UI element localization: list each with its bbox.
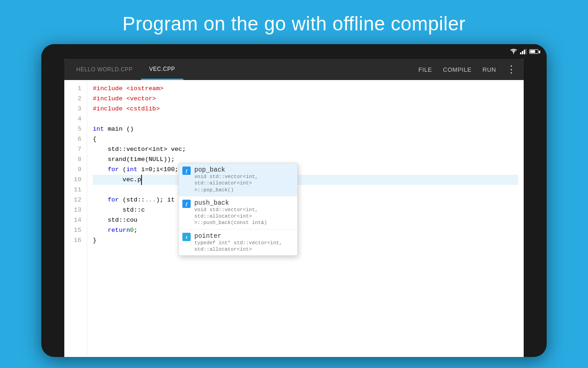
file-button[interactable]: FILE (418, 64, 433, 75)
code-line: #include <vector> (93, 94, 518, 104)
ac-item-detail: typedef int* std::vector<int, std::alloc… (194, 240, 294, 253)
line-num: 5 (72, 124, 81, 134)
ac-item-name: pop_back (194, 166, 294, 173)
type-icon: t (182, 233, 191, 241)
line-num: 9 (72, 165, 81, 175)
code-line: for (int i=0;i<100;i++) (93, 165, 518, 175)
status-bar (41, 44, 547, 59)
code-editor[interactable]: #include <iostream> #include <vector> #i… (87, 80, 524, 357)
line-num: 16 (72, 236, 81, 246)
svg-rect-1 (522, 51, 523, 54)
line-num: 6 (72, 134, 81, 144)
page-headline: Program on the go with offline compiler (113, 0, 475, 44)
tab-vec-cpp[interactable]: VEC.CPP (141, 59, 183, 80)
code-line: } (93, 236, 518, 246)
autocomplete-item-pop-back[interactable]: f pop_back void std::vector<int, std::al… (179, 163, 297, 196)
battery-icon (529, 49, 538, 54)
line-num: 12 (72, 195, 81, 205)
line-num: 3 (72, 104, 81, 114)
code-line (93, 185, 518, 195)
ac-item-text: pop_back void std::vector<int, std::allo… (194, 166, 294, 193)
code-line: srand(time(NULL)); (93, 155, 518, 165)
code-line-active: vec.p (93, 175, 518, 185)
code-line: for (std::...); it != vec.end(); it++) (93, 195, 518, 205)
code-line: #include <cstdlib> (93, 104, 518, 114)
ac-item-detail: void std::vector<int, std::allocator<int… (194, 207, 294, 226)
tab-hello-world[interactable]: HELLO WORLD.CPP (68, 59, 141, 80)
autocomplete-dropdown: f pop_back void std::vector<int, std::al… (178, 163, 298, 256)
more-button[interactable]: ⋮ (506, 64, 516, 75)
signal-icon (520, 49, 526, 54)
line-num: 1 (72, 84, 81, 94)
autocomplete-item-push-back[interactable]: f push_back void std::vector<int, std::a… (179, 196, 297, 230)
code-line: { (93, 134, 518, 144)
ac-item-detail: void std::vector<int, std::allocator<int… (194, 173, 294, 193)
compile-button[interactable]: COMPILE (442, 64, 472, 75)
ac-item-text: push_back void std::vector<int, std::all… (194, 199, 294, 226)
ac-item-name: push_back (194, 199, 294, 207)
svg-rect-2 (524, 50, 525, 54)
svg-rect-3 (526, 49, 526, 54)
line-num: 10 (72, 175, 81, 185)
code-line: return 0; (93, 225, 518, 236)
code-line: #include <iostream> (93, 84, 518, 94)
code-line: int main () (93, 124, 518, 134)
app-container: HELLO WORLD.CPP VEC.CPP FILE COMPILE RUN… (64, 59, 524, 357)
wifi-icon (510, 49, 517, 54)
svg-rect-0 (520, 52, 521, 54)
editor-area: 1 2 3 4 5 6 7 8 9 10 11 12 13 14 15 16 #… (64, 80, 524, 357)
func-icon: f (182, 200, 191, 208)
code-line: std::cou (93, 215, 518, 225)
device-frame: HELLO WORLD.CPP VEC.CPP FILE COMPILE RUN… (41, 44, 547, 357)
line-num: 2 (72, 94, 81, 104)
tab-bar: HELLO WORLD.CPP VEC.CPP FILE COMPILE RUN… (64, 59, 524, 80)
line-num: 11 (72, 185, 81, 195)
run-button[interactable]: RUN (481, 64, 497, 75)
line-num: 15 (72, 225, 81, 236)
line-num: 7 (72, 144, 81, 155)
ac-item-name: pointer (194, 232, 294, 240)
status-icons (510, 49, 538, 54)
code-line (93, 114, 518, 124)
autocomplete-item-pointer[interactable]: t pointer typedef int* std::vector<int, … (179, 230, 297, 256)
line-numbers: 1 2 3 4 5 6 7 8 9 10 11 12 13 14 15 16 (64, 80, 87, 357)
code-line: std::vector<int> vec; (93, 144, 518, 155)
line-num: 14 (72, 215, 81, 225)
toolbar-actions: FILE COMPILE RUN ⋮ (418, 64, 520, 75)
line-num: 8 (72, 155, 81, 165)
line-num: 4 (72, 114, 81, 124)
func-icon: f (182, 167, 191, 175)
code-line: std::c (93, 205, 518, 215)
ac-item-text: pointer typedef int* std::vector<int, st… (194, 232, 294, 253)
line-num: 13 (72, 205, 81, 215)
